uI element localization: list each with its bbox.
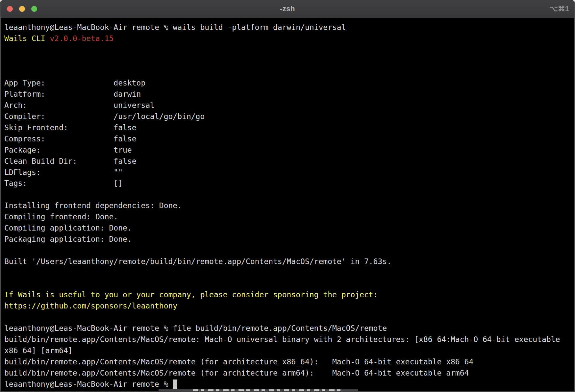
terminal-line: [4, 267, 574, 279]
terminal-line: [4, 278, 574, 289]
sponsor-message: If Wails is useful to you or your compan…: [4, 290, 378, 299]
terminal-output[interactable]: leaanthony@Leas-MacBook-Air remote % wai…: [1, 18, 574, 391]
terminal-cursor: [173, 380, 177, 389]
build-info-arch: Arch: universal: [4, 101, 155, 110]
terminal-line: [4, 67, 574, 78]
wails-cli-version: v2.0.0-beta.15: [50, 34, 113, 43]
command-wails-build: leaanthony@Leas-MacBook-Air remote % wai…: [4, 23, 346, 32]
step-package-application: Packaging application: Done.: [4, 235, 132, 243]
terminal-line: Built '/Users/leaanthony/remote/build/bi…: [4, 256, 574, 267]
build-info-compress: Compress: false: [4, 135, 137, 143]
terminal-line: Skip Frontend: false: [4, 122, 574, 134]
terminal-line: Compress: false: [4, 134, 574, 145]
terminal-line: [4, 44, 574, 56]
terminal-line: leaanthony@Leas-MacBook-Air remote % wai…: [4, 22, 574, 33]
terminal-line: Compiler: /usr/local/go/bin/go: [4, 111, 574, 122]
terminal-line: App Type: desktop: [4, 78, 574, 89]
screen: -zsh ⌥⌘1 leaanthony@Leas-MacBook-Air rem…: [0, 0, 575, 392]
terminal-line: Platform: darwin: [4, 89, 574, 100]
terminal-line: x86_64] [arm64]: [4, 345, 574, 356]
terminal-line: https://github.com/sponsors/leaanthony: [4, 301, 574, 312]
step-compile-application: Compiling application: Done.: [4, 224, 132, 232]
shell-prompt: leaanthony@Leas-MacBook-Air remote %: [4, 380, 173, 388]
terminal-line: [4, 245, 574, 256]
terminal-line: Package: true: [4, 145, 574, 156]
file-output-x86-64: build/bin/remote.app/Contents/MacOS/remo…: [4, 357, 473, 366]
build-info-app-type: App Type: desktop: [4, 79, 145, 87]
command-file: leaanthony@Leas-MacBook-Air remote % fil…: [4, 324, 387, 332]
build-info-ldflags: LDFlags: "": [4, 168, 123, 177]
build-info-platform: Platform: darwin: [4, 90, 141, 98]
terminal-window: -zsh ⌥⌘1 leaanthony@Leas-MacBook-Air rem…: [0, 0, 575, 392]
step-install-frontend: Installing frontend dependencies: Done.: [4, 201, 182, 210]
terminal-line: leaanthony@Leas-MacBook-Air remote % fil…: [4, 323, 574, 334]
terminal-line: Wails CLI v2.0.0-beta.15: [4, 33, 574, 44]
terminal-line: Tags: []: [4, 178, 574, 189]
terminal-line: Arch: universal: [4, 100, 574, 111]
terminal-line: Compiling frontend: Done.: [4, 211, 574, 223]
window-title: -zsh: [1, 0, 574, 18]
build-info-compiler: Compiler: /usr/local/go/bin/go: [4, 112, 205, 121]
terminal-line: [4, 312, 574, 323]
terminal-line: If Wails is useful to you or your compan…: [4, 289, 574, 301]
terminal-line: LDFlags: "": [4, 167, 574, 178]
file-output-arm64: build/bin/remote.app/Contents/MacOS/remo…: [4, 369, 469, 377]
terminal-line: build/bin/remote.app/Contents/MacOS/remo…: [4, 368, 574, 379]
terminal-line: build/bin/remote.app/Contents/MacOS/remo…: [4, 334, 574, 345]
build-info-package: Package: true: [4, 146, 132, 154]
step-compile-frontend: Compiling frontend: Done.: [4, 212, 118, 221]
terminal-line: leaanthony@Leas-MacBook-Air remote %: [4, 379, 574, 390]
wails-cli-label: Wails CLI: [4, 34, 50, 43]
terminal-line: Compiling application: Done.: [4, 223, 574, 234]
built-result: Built '/Users/leaanthony/remote/build/bi…: [4, 257, 391, 266]
clipped-text-fragments: [193, 389, 343, 391]
terminal-line: Installing frontend dependencies: Done.: [4, 200, 574, 211]
terminal-line: [4, 189, 574, 200]
window-titlebar[interactable]: -zsh ⌥⌘1: [1, 0, 574, 18]
terminal-line: Packaging application: Done.: [4, 234, 574, 245]
sponsor-url[interactable]: https://github.com/sponsors/leaanthony: [4, 302, 177, 310]
terminal-line: Clean Build Dir: false: [4, 156, 574, 167]
window-shortcut-badge: ⌥⌘1: [549, 0, 569, 18]
file-output-universal-wrap: x86_64] [arm64]: [4, 346, 73, 355]
build-info-tags: Tags: []: [4, 179, 123, 187]
build-info-skip-frontend: Skip Frontend: false: [4, 123, 137, 132]
file-output-universal: build/bin/remote.app/Contents/MacOS/remo…: [4, 335, 560, 344]
terminal-line: [4, 56, 574, 67]
terminal-line: build/bin/remote.app/Contents/MacOS/remo…: [4, 356, 574, 368]
build-info-clean-build-dir: Clean Build Dir: false: [4, 157, 137, 165]
background-window-edge: [159, 389, 358, 391]
